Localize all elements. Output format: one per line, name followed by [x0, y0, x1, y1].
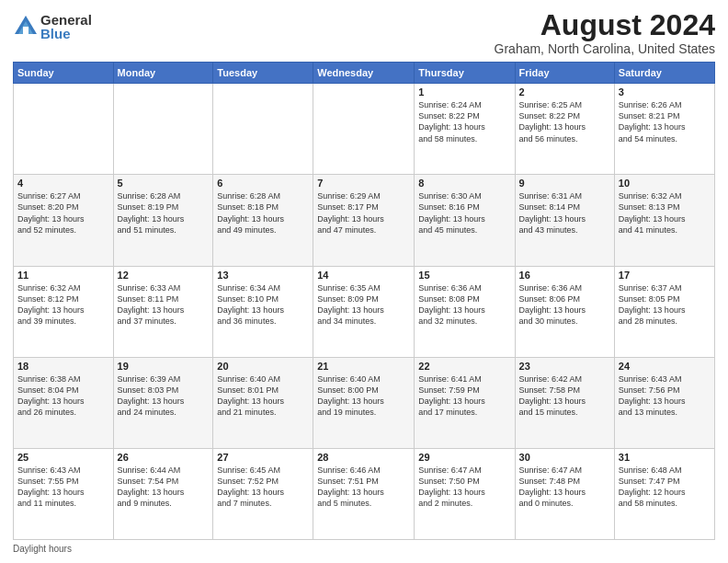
calendar-cell: 15Sunrise: 6:36 AM Sunset: 8:08 PM Dayli… — [415, 266, 515, 357]
calendar-cell: 3Sunrise: 6:26 AM Sunset: 8:21 PM Daylig… — [614, 84, 714, 175]
day-number: 5 — [118, 178, 210, 189]
day-info: Sunrise: 6:34 AM Sunset: 8:10 PM Dayligh… — [217, 282, 309, 327]
day-info: Sunrise: 6:48 AM Sunset: 7:47 PM Dayligh… — [619, 465, 711, 510]
calendar-body: 1Sunrise: 6:24 AM Sunset: 8:22 PM Daylig… — [14, 84, 715, 540]
day-number: 16 — [519, 270, 610, 281]
day-info: Sunrise: 6:40 AM Sunset: 8:01 PM Dayligh… — [217, 373, 309, 419]
calendar-cell: 24Sunrise: 6:43 AM Sunset: 7:56 PM Dayli… — [614, 357, 714, 448]
calendar-cell: 30Sunrise: 6:47 AM Sunset: 7:48 PM Dayli… — [515, 448, 614, 539]
calendar-cell: 9Sunrise: 6:31 AM Sunset: 8:14 PM Daylig… — [515, 175, 614, 266]
day-number: 23 — [519, 361, 610, 372]
calendar-cell: 17Sunrise: 6:37 AM Sunset: 8:05 PM Dayli… — [614, 266, 714, 357]
header-row: SundayMondayTuesdayWednesdayThursdayFrid… — [14, 63, 715, 84]
day-number: 2 — [519, 86, 610, 98]
calendar-cell: 8Sunrise: 6:30 AM Sunset: 8:16 PM Daylig… — [415, 175, 515, 266]
day-info: Sunrise: 6:44 AM Sunset: 7:54 PM Dayligh… — [118, 465, 210, 510]
day-info: Sunrise: 6:41 AM Sunset: 7:59 PM Dayligh… — [418, 373, 510, 419]
calendar-week-row: 4Sunrise: 6:27 AM Sunset: 8:20 PM Daylig… — [14, 175, 715, 266]
day-info: Sunrise: 6:29 AM Sunset: 8:17 PM Dayligh… — [317, 190, 410, 236]
day-number: 30 — [519, 452, 610, 463]
calendar-cell: 23Sunrise: 6:42 AM Sunset: 7:58 PM Dayli… — [515, 357, 614, 448]
day-number: 29 — [418, 452, 510, 463]
calendar-cell: 26Sunrise: 6:44 AM Sunset: 7:54 PM Dayli… — [113, 448, 213, 539]
calendar-cell: 1Sunrise: 6:24 AM Sunset: 8:22 PM Daylig… — [415, 84, 515, 175]
day-info: Sunrise: 6:43 AM Sunset: 7:56 PM Dayligh… — [619, 373, 711, 419]
calendar-cell: 31Sunrise: 6:48 AM Sunset: 7:47 PM Dayli… — [614, 448, 714, 539]
day-number: 11 — [17, 270, 109, 281]
calendar-cell: 7Sunrise: 6:29 AM Sunset: 8:17 PM Daylig… — [313, 175, 415, 266]
calendar-cell: 13Sunrise: 6:34 AM Sunset: 8:10 PM Dayli… — [213, 266, 313, 357]
day-info: Sunrise: 6:31 AM Sunset: 8:14 PM Dayligh… — [519, 190, 610, 236]
day-info: Sunrise: 6:43 AM Sunset: 7:55 PM Dayligh… — [17, 465, 109, 510]
calendar-cell: 12Sunrise: 6:33 AM Sunset: 8:11 PM Dayli… — [113, 266, 213, 357]
day-info: Sunrise: 6:28 AM Sunset: 8:19 PM Dayligh… — [118, 190, 210, 236]
calendar-cell: 5Sunrise: 6:28 AM Sunset: 8:19 PM Daylig… — [113, 175, 213, 266]
day-number: 22 — [418, 361, 510, 372]
calendar-cell: 25Sunrise: 6:43 AM Sunset: 7:55 PM Dayli… — [14, 448, 114, 539]
calendar-week-row: 25Sunrise: 6:43 AM Sunset: 7:55 PM Dayli… — [14, 448, 715, 539]
calendar-day-header: Thursday — [415, 63, 515, 84]
day-number: 9 — [519, 178, 610, 189]
day-number: 13 — [217, 270, 309, 281]
day-info: Sunrise: 6:32 AM Sunset: 8:13 PM Dayligh… — [619, 190, 711, 236]
calendar-cell: 10Sunrise: 6:32 AM Sunset: 8:13 PM Dayli… — [614, 175, 714, 266]
day-info: Sunrise: 6:28 AM Sunset: 8:18 PM Dayligh… — [217, 190, 309, 236]
day-number: 24 — [619, 361, 711, 372]
page: General Blue August 2024 Graham, North C… — [0, 0, 728, 563]
day-info: Sunrise: 6:37 AM Sunset: 8:05 PM Dayligh… — [619, 282, 711, 327]
day-number: 21 — [317, 361, 410, 372]
calendar-cell — [14, 84, 114, 175]
day-number: 27 — [217, 452, 309, 463]
day-number: 1 — [418, 86, 510, 98]
calendar-day-header: Wednesday — [313, 63, 415, 84]
day-number: 18 — [17, 361, 109, 372]
logo-blue: Blue — [40, 27, 92, 40]
day-number: 19 — [118, 361, 210, 372]
calendar-cell: 22Sunrise: 6:41 AM Sunset: 7:59 PM Dayli… — [415, 357, 515, 448]
calendar-cell: 29Sunrise: 6:47 AM Sunset: 7:50 PM Dayli… — [415, 448, 515, 539]
day-info: Sunrise: 6:25 AM Sunset: 8:22 PM Dayligh… — [519, 99, 610, 144]
logo-general: General — [40, 13, 92, 27]
day-number: 20 — [217, 361, 309, 372]
day-info: Sunrise: 6:38 AM Sunset: 8:04 PM Dayligh… — [17, 373, 109, 419]
calendar-cell: 18Sunrise: 6:38 AM Sunset: 8:04 PM Dayli… — [14, 357, 114, 448]
logo: General Blue — [13, 13, 92, 40]
svg-rect-2 — [23, 27, 28, 34]
day-number: 8 — [418, 178, 510, 189]
day-number: 10 — [619, 178, 711, 189]
day-info: Sunrise: 6:24 AM Sunset: 8:22 PM Dayligh… — [418, 99, 510, 144]
day-number: 17 — [619, 270, 711, 281]
calendar-cell — [113, 84, 213, 175]
day-number: 12 — [118, 270, 210, 281]
logo-icon — [13, 14, 39, 40]
day-info: Sunrise: 6:39 AM Sunset: 8:03 PM Dayligh… — [118, 373, 210, 419]
day-info: Sunrise: 6:47 AM Sunset: 7:50 PM Dayligh… — [418, 465, 510, 510]
title-block: August 2024 Graham, North Carolina, Unit… — [495, 9, 715, 56]
day-number: 26 — [118, 452, 210, 463]
logo-text: General Blue — [40, 13, 92, 40]
day-number: 14 — [317, 270, 410, 281]
day-number: 6 — [217, 178, 309, 189]
calendar-header: SundayMondayTuesdayWednesdayThursdayFrid… — [14, 63, 715, 84]
calendar-day-header: Sunday — [14, 63, 114, 84]
calendar-week-row: 1Sunrise: 6:24 AM Sunset: 8:22 PM Daylig… — [14, 84, 715, 175]
day-number: 15 — [418, 270, 510, 281]
day-info: Sunrise: 6:26 AM Sunset: 8:21 PM Dayligh… — [619, 99, 711, 144]
daylight-label: Daylight hours — [13, 544, 72, 554]
calendar-cell: 2Sunrise: 6:25 AM Sunset: 8:22 PM Daylig… — [515, 84, 614, 175]
day-number: 7 — [317, 178, 410, 189]
calendar-cell: 16Sunrise: 6:36 AM Sunset: 8:06 PM Dayli… — [515, 266, 614, 357]
calendar-week-row: 11Sunrise: 6:32 AM Sunset: 8:12 PM Dayli… — [14, 266, 715, 357]
subtitle: Graham, North Carolina, United States — [495, 41, 715, 56]
day-number: 3 — [619, 86, 711, 98]
day-info: Sunrise: 6:40 AM Sunset: 8:00 PM Dayligh… — [317, 373, 410, 419]
day-number: 25 — [17, 452, 109, 463]
calendar-cell — [213, 84, 313, 175]
calendar-cell: 27Sunrise: 6:45 AM Sunset: 7:52 PM Dayli… — [213, 448, 313, 539]
calendar-cell: 28Sunrise: 6:46 AM Sunset: 7:51 PM Dayli… — [313, 448, 415, 539]
calendar-cell: 11Sunrise: 6:32 AM Sunset: 8:12 PM Dayli… — [14, 266, 114, 357]
day-info: Sunrise: 6:33 AM Sunset: 8:11 PM Dayligh… — [118, 282, 210, 327]
calendar-day-header: Saturday — [614, 63, 714, 84]
day-info: Sunrise: 6:32 AM Sunset: 8:12 PM Dayligh… — [17, 282, 109, 327]
day-info: Sunrise: 6:35 AM Sunset: 8:09 PM Dayligh… — [317, 282, 410, 327]
